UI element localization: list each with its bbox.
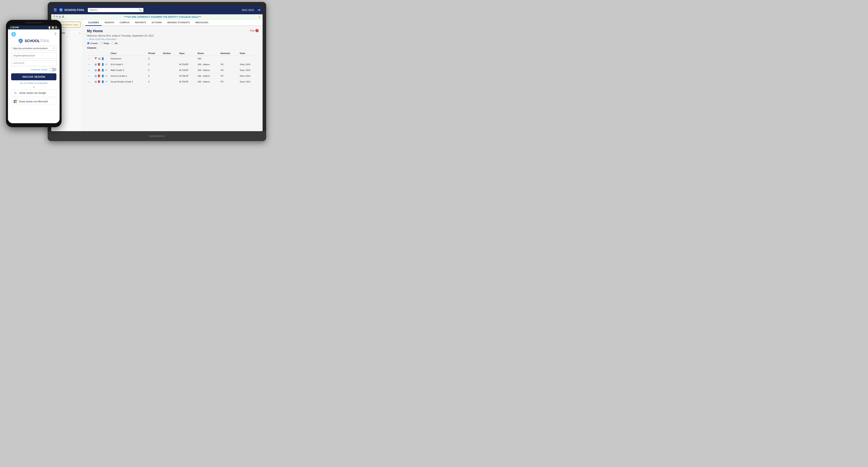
mobile-brand-text: SCHOOLTOOL	[25, 39, 50, 43]
continuar-toggle[interactable]	[49, 68, 56, 71]
person-icon: 👤	[101, 69, 104, 71]
signal-icon: ▐▌	[48, 26, 51, 29]
app-brand: S SCHOOLTOOL	[59, 8, 85, 12]
font-controls: A A A A	[54, 15, 64, 19]
mobile-status-icons: ▐▌ 📶 🔋	[48, 26, 57, 29]
row-expand-cell[interactable]: ›	[87, 79, 93, 85]
row-room-cell: 266 - Adams	[196, 62, 219, 67]
row-expand-button[interactable]: ›	[89, 74, 90, 78]
tag-icon: 🏷	[105, 80, 107, 83]
row-room-cell: 266 - Adams	[196, 79, 219, 85]
show-cycle-arrow: ↓	[87, 38, 88, 40]
password-field[interactable]	[11, 60, 56, 66]
grid-icon: ▦	[98, 57, 100, 60]
exit-icon[interactable]: ⇥	[257, 8, 260, 12]
help-link[interactable]: Help ?	[250, 29, 258, 32]
icon-cell: ▦ 📕 👤 🏷	[95, 80, 107, 83]
sidebar-toggle-button[interactable]: ☰	[54, 8, 57, 12]
table-row: › ▦ 📕 👤 🏷 Social Studies Grade 3 5 M,TW,…	[87, 79, 258, 85]
tab-classes[interactable]: CLASSES	[85, 20, 102, 26]
sidebar-expand-icon[interactable]: ∧	[79, 32, 81, 34]
font-medium-button[interactable]: A	[56, 15, 58, 19]
font-xlarge-button[interactable]: A	[62, 15, 64, 19]
row-room-cell: 266 - Adams	[196, 73, 219, 79]
tab-actions[interactable]: ACTIONS	[149, 20, 165, 26]
row-section-cell	[161, 73, 178, 79]
url-text: https://po.schooltool.com/schooltool	[13, 47, 48, 50]
row-icons-cell: ▦ 📕 👤 🏷	[93, 73, 109, 79]
row-expand-cell[interactable]: ›	[87, 73, 93, 79]
row-period-cell: 5	[147, 73, 161, 79]
login-button[interactable]: INICIAR SESIÓN	[11, 73, 56, 80]
app-search-bar[interactable]: 🔍	[88, 8, 144, 12]
search-input[interactable]	[89, 8, 138, 11]
book-icon: 📕	[97, 80, 100, 83]
row-team-cell: Team 1624	[238, 67, 258, 73]
google-signin-button[interactable]: G Iniciar sesión con Google	[11, 89, 56, 96]
filter-today-label: Today	[103, 42, 109, 45]
mobile-notch	[26, 22, 42, 24]
row-expand-button[interactable]: ›	[89, 68, 90, 72]
th-room: Room	[196, 51, 219, 56]
filter-all-radio[interactable]	[112, 42, 114, 45]
tab-missing-students[interactable]: MISSING STUDENTS	[165, 20, 193, 26]
filter-current-radio[interactable]	[87, 42, 90, 45]
forgot-password-link[interactable]: Se me Olvidó la Contraseña	[11, 82, 56, 84]
filter-all[interactable]: All	[112, 42, 117, 45]
row-icons-cell: ▦ 📕 👤 🏷	[93, 79, 109, 85]
globe-icon[interactable]: 🌐	[11, 32, 16, 36]
tab-search[interactable]: SEARCH	[102, 20, 117, 26]
row-days-cell	[178, 56, 196, 62]
filter-today[interactable]: Today	[100, 42, 109, 45]
row-days-cell: M,TW,RF	[178, 67, 196, 73]
row-days-cell: M,TW,RF	[178, 62, 196, 67]
row-class-cell: Homeroom	[109, 56, 147, 62]
font-small-button[interactable]: A	[54, 15, 55, 19]
person-icon: 👤	[101, 80, 104, 83]
row-expand-cell[interactable]: ›	[87, 62, 93, 67]
page-title: My Home	[87, 29, 258, 33]
tab-messages[interactable]: MESSAGES	[193, 20, 211, 26]
tab-reports[interactable]: REPORTS	[132, 20, 149, 26]
th-section: Section	[161, 51, 178, 56]
filter-today-radio[interactable]	[100, 42, 103, 45]
microsoft-signin-label: Iniciar sesión con Microsoft	[19, 100, 48, 103]
help-label: Help	[250, 29, 255, 32]
row-icons-cell: 🚩 ▦ 👤	[93, 56, 109, 62]
identity-bar-collapse-icon[interactable]: ∨	[258, 16, 260, 18]
identity-message: ***YOU ARE CURRENTLY ASSUMING THE IDENTI…	[66, 16, 258, 18]
font-large-button[interactable]: A	[59, 15, 61, 19]
tab-campus[interactable]: CAMPUS	[117, 20, 132, 26]
help-circle-icon[interactable]: ?	[54, 32, 56, 36]
table-row: › 🚩 ▦ 👤 Homeroom 0 266	[87, 56, 258, 62]
microsoft-signin-button[interactable]: Iniciar sesión con Microsoft	[11, 98, 56, 105]
grid-icon: ▦	[95, 80, 97, 83]
svg-text:S: S	[20, 39, 21, 42]
row-period-cell: 5	[147, 79, 161, 85]
row-section-cell	[161, 67, 178, 73]
row-room-cell: 266 - Adams	[196, 67, 219, 73]
filter-current[interactable]: Current	[87, 42, 98, 45]
person-icon: 👤	[101, 63, 104, 66]
year-display: 2021-2022	[242, 8, 254, 11]
app-navbar: ☰ S SCHOOLTOOL 🔍 2021-2022 ⇥	[51, 6, 262, 14]
row-expand-cell[interactable]: ›	[87, 67, 93, 73]
app-main: CLASSES SEARCH CAMPUS REPORTS ACTIONS MI…	[83, 20, 262, 131]
row-team-cell: Team 1624	[238, 73, 258, 79]
laptop-bottom	[48, 131, 266, 141]
row-expand-button[interactable]: ›	[89, 63, 90, 66]
row-period-cell: 5	[147, 62, 161, 67]
row-icons-cell: ▦ 📕 👤 🏷	[93, 62, 109, 67]
url-edit-icon[interactable]: ✏	[53, 47, 55, 50]
divider	[11, 86, 56, 88]
row-expand-button[interactable]: ›	[89, 80, 90, 83]
show-cycle-link[interactable]: ↓ Show Cycle Day Information	[87, 38, 258, 40]
laptop-notch	[149, 135, 165, 137]
filter-row: Current Today All	[87, 42, 258, 45]
mobile-time: 1:30 PM	[10, 26, 19, 29]
email-field[interactable]	[11, 53, 56, 59]
mobile-top-row: 🌐 ?	[11, 32, 56, 36]
row-expand-button[interactable]: ›	[89, 57, 90, 60]
row-expand-cell[interactable]: ›	[87, 56, 93, 62]
th-team: Team	[238, 51, 258, 56]
